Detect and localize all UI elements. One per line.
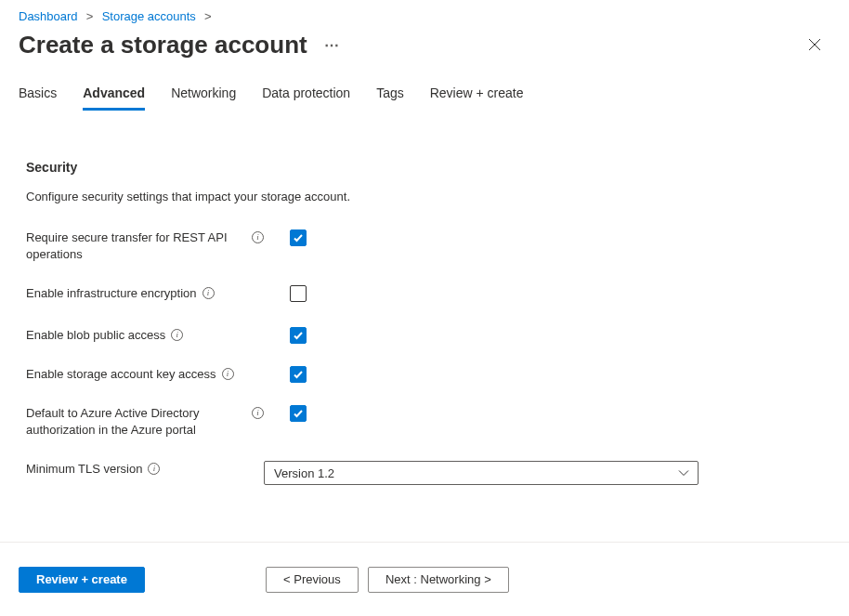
label-min-tls: Minimum TLS version i xyxy=(26,461,264,478)
info-icon[interactable]: i xyxy=(202,287,215,299)
label-infra-encryption: Enable infrastructure encryption i xyxy=(26,285,264,302)
tab-data-protection[interactable]: Data protection xyxy=(262,85,350,111)
tabs: Basics Advanced Networking Data protecti… xyxy=(0,85,849,111)
field-min-tls: Minimum TLS version i Version 1.2 xyxy=(26,461,830,485)
tab-review-create[interactable]: Review + create xyxy=(430,85,524,111)
info-icon[interactable]: i xyxy=(252,407,264,419)
security-heading: Security xyxy=(26,160,830,175)
checkbox-secure-transfer[interactable] xyxy=(290,229,307,246)
field-blob-public: Enable blob public access i xyxy=(26,327,830,344)
check-icon xyxy=(293,330,304,341)
field-key-access: Enable storage account key access i xyxy=(26,366,830,383)
checkbox-aad-default[interactable] xyxy=(290,405,307,422)
tab-tags[interactable]: Tags xyxy=(376,85,404,111)
page-title: Create a storage account xyxy=(19,31,307,59)
select-min-tls[interactable]: Version 1.2 xyxy=(264,461,699,485)
field-infra-encryption: Enable infrastructure encryption i xyxy=(26,285,830,305)
tab-networking[interactable]: Networking xyxy=(171,85,236,111)
close-icon xyxy=(808,38,821,51)
field-secure-transfer: Require secure transfer for REST API ope… xyxy=(26,229,830,263)
security-description: Configure security settings that impact … xyxy=(26,190,830,203)
breadcrumb-separator: > xyxy=(83,9,97,23)
checkbox-key-access[interactable] xyxy=(290,366,307,383)
info-icon[interactable]: i xyxy=(252,231,264,243)
tab-advanced[interactable]: Advanced xyxy=(83,85,145,111)
label-secure-transfer: Require secure transfer for REST API ope… xyxy=(26,229,264,263)
label-key-access: Enable storage account key access i xyxy=(26,366,264,383)
close-button[interactable] xyxy=(799,32,830,59)
check-icon xyxy=(293,369,304,380)
info-icon[interactable]: i xyxy=(171,329,183,341)
breadcrumb-link-storage-accounts[interactable]: Storage accounts xyxy=(102,9,196,23)
breadcrumb-link-dashboard[interactable]: Dashboard xyxy=(19,9,78,23)
next-button[interactable]: Next : Networking > xyxy=(368,567,509,593)
page-title-container: Create a storage account ⋯ xyxy=(19,31,341,59)
breadcrumb: Dashboard > Storage accounts > xyxy=(0,0,849,27)
checkbox-blob-public[interactable] xyxy=(290,327,307,344)
review-create-button[interactable]: Review + create xyxy=(19,567,145,593)
footer: Review + create < Previous Next : Networ… xyxy=(0,542,849,616)
breadcrumb-separator: > xyxy=(202,9,212,23)
info-icon[interactable]: i xyxy=(148,463,160,475)
label-blob-public: Enable blob public access i xyxy=(26,327,264,344)
previous-button[interactable]: < Previous xyxy=(266,567,359,593)
checkbox-infra-encryption[interactable] xyxy=(290,285,307,302)
info-icon[interactable]: i xyxy=(222,368,234,380)
more-icon[interactable]: ⋯ xyxy=(324,38,341,53)
label-aad-default: Default to Azure Active Directory author… xyxy=(26,405,264,439)
check-icon xyxy=(293,232,304,243)
form-scroll-area[interactable]: Security Configure security settings tha… xyxy=(0,138,849,542)
tab-basics[interactable]: Basics xyxy=(19,85,57,111)
header-row: Create a storage account ⋯ xyxy=(0,27,849,59)
check-icon xyxy=(293,408,304,419)
field-aad-default: Default to Azure Active Directory author… xyxy=(26,405,830,439)
